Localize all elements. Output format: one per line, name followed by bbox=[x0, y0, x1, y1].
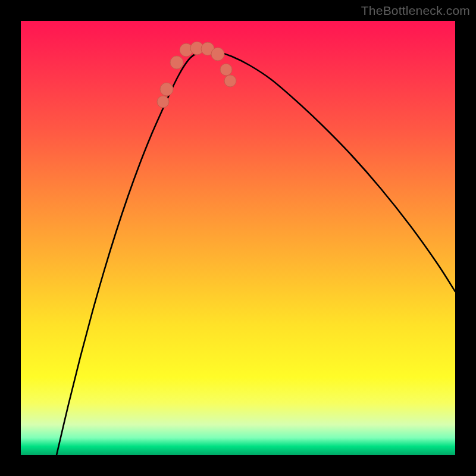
trough-marker bbox=[224, 75, 236, 87]
trough-marker bbox=[220, 64, 232, 76]
trough-markers bbox=[157, 42, 236, 108]
chart-frame: TheBottleneck.com bbox=[0, 0, 476, 476]
watermark-text: TheBottleneck.com bbox=[361, 4, 470, 18]
trough-marker bbox=[157, 96, 169, 108]
bottleneck-curve bbox=[57, 51, 455, 455]
curve-svg bbox=[21, 21, 455, 455]
plot-area bbox=[21, 21, 455, 455]
trough-marker bbox=[160, 83, 173, 96]
trough-marker bbox=[170, 56, 183, 69]
trough-marker bbox=[211, 48, 224, 61]
